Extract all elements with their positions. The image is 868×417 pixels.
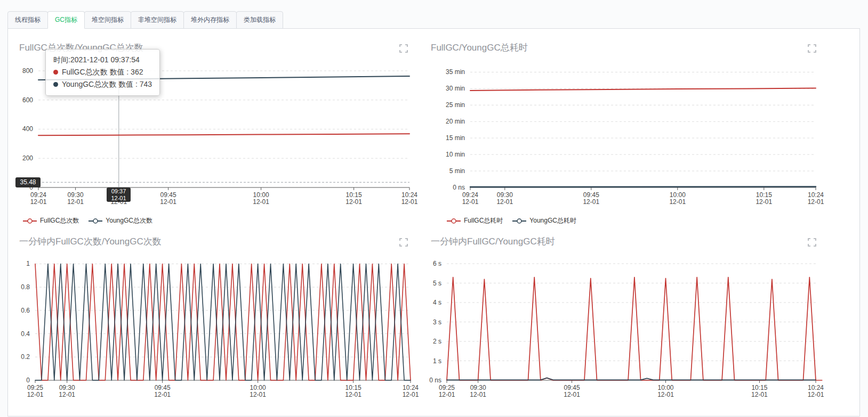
tab-4[interactable]: 堆外内存指标 bbox=[183, 11, 237, 29]
svg-text:12-01: 12-01 bbox=[59, 391, 75, 398]
svg-text:10:24: 10:24 bbox=[403, 384, 419, 391]
svg-text:12-01: 12-01 bbox=[30, 198, 47, 206]
svg-text:09:25: 09:25 bbox=[27, 384, 43, 391]
legend-item-c2-1[interactable]: YoungGC总耗时 bbox=[512, 216, 576, 225]
tab-2[interactable]: 堆空间指标 bbox=[84, 11, 131, 29]
svg-text:1 s: 1 s bbox=[433, 357, 441, 365]
svg-text:12-01: 12-01 bbox=[808, 391, 824, 398]
tooltip-time: 时间:2021-12-01 09:37:54 bbox=[53, 54, 152, 66]
svg-text:0.2: 0.2 bbox=[21, 353, 30, 361]
svg-text:0: 0 bbox=[26, 377, 30, 384]
tooltip-item-1: YoungGC总次数 数值 : 743 bbox=[53, 78, 152, 91]
svg-text:12-01: 12-01 bbox=[345, 198, 362, 206]
axis-pointer-x-date: 12-01 bbox=[107, 195, 131, 202]
svg-text:09:30: 09:30 bbox=[59, 384, 75, 391]
svg-text:09:45: 09:45 bbox=[155, 384, 171, 391]
expand-fullscreen-icon[interactable] bbox=[399, 238, 408, 248]
svg-text:0 ns: 0 ns bbox=[429, 377, 441, 384]
svg-text:12-01: 12-01 bbox=[564, 391, 580, 398]
legend-label: YoungGC总耗时 bbox=[529, 216, 576, 225]
svg-text:10:00: 10:00 bbox=[670, 191, 686, 199]
svg-text:12-01: 12-01 bbox=[462, 198, 479, 206]
legend-item-c2-0[interactable]: FullGC总耗时 bbox=[447, 216, 503, 225]
chart-canvas-per-minute-gc-time[interactable]: 0 ns1 s2 s3 s4 s5 s6 s09:2512-0109:3012-… bbox=[427, 244, 864, 417]
chart-canvas-total-gc-time[interactable]: 0 ns5 min10 min15 min20 min25 min30 min3… bbox=[427, 37, 864, 213]
svg-text:12-01: 12-01 bbox=[67, 198, 84, 206]
svg-text:09:45: 09:45 bbox=[583, 191, 599, 199]
svg-text:3 s: 3 s bbox=[433, 318, 441, 326]
svg-text:10:00: 10:00 bbox=[250, 384, 266, 391]
legend-label: YoungGC总次数 bbox=[106, 216, 152, 225]
svg-text:10:24: 10:24 bbox=[808, 191, 824, 199]
svg-text:1: 1 bbox=[26, 260, 30, 267]
tooltip-items: FullGC总次数 数值 : 362YoungGC总次数 数值 : 743 bbox=[53, 66, 152, 91]
svg-text:12-01: 12-01 bbox=[154, 391, 171, 398]
svg-text:12-01: 12-01 bbox=[250, 391, 266, 398]
svg-text:12-01: 12-01 bbox=[345, 391, 361, 398]
svg-text:09:30: 09:30 bbox=[497, 191, 513, 199]
svg-text:09:24: 09:24 bbox=[462, 191, 478, 199]
axis-pointer-y-badge: 35.48 bbox=[15, 177, 41, 187]
svg-text:10:24: 10:24 bbox=[808, 384, 824, 391]
tab-3[interactable]: 非堆空间指标 bbox=[131, 11, 184, 29]
svg-text:0.8: 0.8 bbox=[21, 283, 30, 291]
tooltip-item-0: FullGC总次数 数值 : 362 bbox=[53, 66, 152, 78]
svg-text:10:24: 10:24 bbox=[401, 191, 417, 199]
tab-0[interactable]: 线程指标 bbox=[7, 11, 48, 29]
svg-text:600: 600 bbox=[22, 96, 33, 104]
svg-text:12-01: 12-01 bbox=[657, 391, 674, 398]
legend-total-gc-count: FullGC总次数YoungGC总次数 bbox=[23, 216, 162, 225]
svg-text:10:00: 10:00 bbox=[657, 384, 673, 391]
svg-text:12-01: 12-01 bbox=[27, 391, 44, 398]
svg-text:15 min: 15 min bbox=[446, 134, 465, 142]
svg-text:09:30: 09:30 bbox=[470, 384, 486, 391]
series-color-dot bbox=[53, 70, 58, 75]
svg-text:800: 800 bbox=[22, 67, 33, 75]
svg-text:2 s: 2 s bbox=[433, 338, 441, 345]
svg-text:200: 200 bbox=[22, 154, 33, 162]
svg-text:10:15: 10:15 bbox=[751, 384, 767, 391]
tab-5[interactable]: 类加载指标 bbox=[236, 11, 283, 29]
axis-pointer-x-time: 09:37 bbox=[107, 188, 131, 195]
svg-text:6 s: 6 s bbox=[433, 260, 441, 267]
svg-text:12-01: 12-01 bbox=[669, 198, 686, 206]
svg-text:10:00: 10:00 bbox=[253, 191, 269, 199]
svg-text:30 min: 30 min bbox=[446, 85, 465, 92]
svg-text:12-01: 12-01 bbox=[808, 198, 824, 206]
svg-text:0.6: 0.6 bbox=[21, 307, 30, 314]
svg-text:10 min: 10 min bbox=[446, 151, 465, 158]
svg-text:09:30: 09:30 bbox=[68, 191, 84, 199]
svg-text:35 min: 35 min bbox=[446, 68, 465, 76]
svg-text:10:15: 10:15 bbox=[345, 384, 361, 391]
svg-text:20 min: 20 min bbox=[446, 118, 465, 125]
svg-text:400: 400 bbox=[22, 125, 33, 133]
series-color-dot bbox=[53, 82, 58, 87]
svg-text:12-01: 12-01 bbox=[583, 198, 599, 206]
tooltip-item-text: FullGC总次数 数值 : 362 bbox=[62, 66, 143, 78]
svg-text:10:15: 10:15 bbox=[756, 191, 772, 199]
expand-fullscreen-icon[interactable] bbox=[807, 44, 817, 54]
expand-fullscreen-icon[interactable] bbox=[807, 238, 817, 248]
svg-text:12-01: 12-01 bbox=[756, 198, 772, 206]
legend-item-c1-0[interactable]: FullGC总次数 bbox=[23, 216, 79, 225]
legend-label: FullGC总耗时 bbox=[464, 216, 503, 225]
svg-text:0 ns: 0 ns bbox=[453, 184, 465, 191]
legend-total-gc-time: FullGC总耗时YoungGC总耗时 bbox=[447, 216, 586, 225]
svg-text:09:45: 09:45 bbox=[160, 191, 176, 199]
legend-label: FullGC总次数 bbox=[40, 216, 79, 225]
chart-canvas-per-minute-gc-count[interactable]: 00.20.40.60.8109:2512-0109:3012-0109:451… bbox=[7, 244, 423, 417]
metrics-tab-bar: 线程指标GC指标堆空间指标非堆空间指标堆外内存指标类加载指标 bbox=[7, 11, 283, 29]
svg-text:12-01: 12-01 bbox=[439, 391, 455, 398]
expand-fullscreen-icon[interactable] bbox=[399, 44, 408, 54]
svg-text:09:24: 09:24 bbox=[30, 191, 46, 199]
legend-item-c1-1[interactable]: YoungGC总次数 bbox=[89, 216, 152, 225]
svg-text:12-01: 12-01 bbox=[751, 391, 768, 398]
chart-tooltip: 时间:2021-12-01 09:37:54 FullGC总次数 数值 : 36… bbox=[45, 49, 160, 96]
svg-text:5 min: 5 min bbox=[449, 167, 465, 175]
svg-text:09:25: 09:25 bbox=[439, 384, 455, 391]
svg-text:25 min: 25 min bbox=[446, 101, 465, 109]
svg-text:12-01: 12-01 bbox=[253, 198, 269, 206]
svg-text:4 s: 4 s bbox=[433, 299, 441, 306]
tab-1-active[interactable]: GC指标 bbox=[47, 11, 85, 29]
svg-text:12-01: 12-01 bbox=[470, 391, 486, 398]
